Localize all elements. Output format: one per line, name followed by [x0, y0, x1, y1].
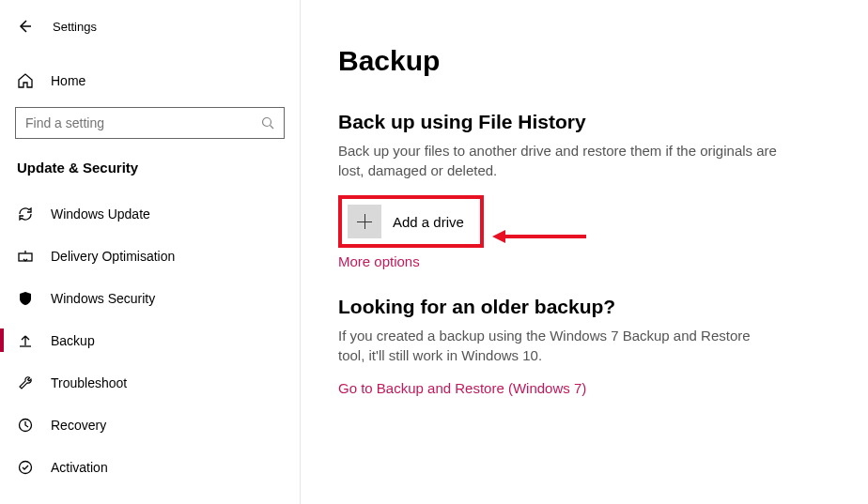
file-history-heading: Back up using File History: [338, 111, 830, 133]
nav-label: Windows Update: [51, 206, 150, 221]
add-drive-label[interactable]: Add a drive: [393, 214, 464, 230]
nav-item-windows-security[interactable]: Windows Security: [0, 277, 300, 319]
add-drive-highlight: Add a drive: [338, 195, 484, 248]
nav-label: Backup: [51, 333, 95, 348]
nav-item-activation[interactable]: Activation: [0, 446, 300, 488]
add-drive-plus-icon[interactable]: [348, 205, 381, 238]
page-title: Backup: [338, 45, 830, 77]
window-title: Settings: [53, 20, 97, 34]
back-arrow-icon[interactable]: [17, 19, 32, 34]
category-heading: Update & Security: [0, 139, 300, 183]
more-options-link[interactable]: More options: [338, 253, 420, 269]
main-content: Backup Back up using File History Back u…: [301, 0, 868, 504]
wrench-icon: [17, 374, 34, 391]
search-box[interactable]: [15, 107, 285, 139]
nav-item-recovery[interactable]: Recovery: [0, 404, 300, 446]
nav-list: Windows Update Delivery Optimisation Win…: [0, 192, 300, 488]
nav-item-delivery-optimisation[interactable]: Delivery Optimisation: [0, 235, 300, 277]
svg-rect-3: [19, 253, 32, 261]
home-icon: [17, 72, 34, 89]
nav-item-windows-update[interactable]: Windows Update: [0, 192, 300, 235]
nav-label: Activation: [51, 460, 108, 475]
older-backup-heading: Looking for an older backup?: [338, 296, 830, 318]
activation-icon: [17, 459, 34, 476]
older-backup-link[interactable]: Go to Backup and Restore (Windows 7): [338, 380, 586, 396]
nav-label: Recovery: [51, 418, 106, 433]
svg-point-1: [263, 118, 271, 127]
nav-item-backup[interactable]: Backup: [0, 319, 300, 361]
svg-line-2: [271, 126, 274, 130]
older-backup-desc: If you created a backup using the Window…: [338, 326, 780, 365]
search-wrap: [0, 99, 300, 139]
home-label: Home: [51, 73, 85, 88]
file-history-desc: Back up your files to another drive and …: [338, 141, 780, 180]
backup-icon: [17, 332, 34, 349]
sidebar: Settings Home Update & Security Windows …: [0, 0, 301, 504]
nav-label: Troubleshoot: [51, 375, 127, 390]
shield-icon: [17, 290, 34, 307]
delivery-icon: [17, 248, 34, 265]
home-button[interactable]: Home: [0, 62, 300, 99]
nav-label: Windows Security: [51, 291, 155, 306]
search-input[interactable]: [25, 115, 261, 130]
nav-label: Delivery Optimisation: [51, 249, 175, 264]
refresh-icon: [17, 206, 34, 222]
nav-item-troubleshoot[interactable]: Troubleshoot: [0, 361, 300, 404]
title-bar: Settings: [0, 8, 300, 45]
search-icon: [261, 116, 274, 130]
recovery-icon: [17, 417, 34, 434]
svg-point-6: [20, 461, 32, 473]
